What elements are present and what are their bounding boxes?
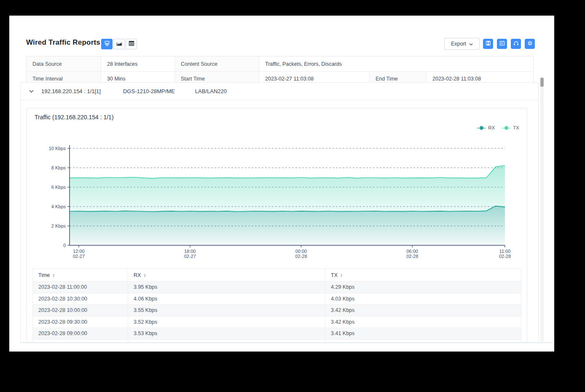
y-axis-tick-label: 10 Kbps: [49, 146, 66, 151]
table-header-row: Time▴▾RX▴▾TX▴▾: [33, 269, 521, 281]
x-axis-tick-date: 02-28: [499, 254, 511, 259]
legend-marker-icon: [477, 126, 486, 130]
legend-item-tx[interactable]: TX: [502, 125, 519, 130]
legend-item-rx[interactable]: RX: [477, 125, 495, 130]
report-scroll-region: 192.168.220.154 : 1/1[1] DGS-1210-28MP/M…: [20, 82, 539, 342]
tx-area: [70, 166, 505, 212]
combined-view-toggle-button[interactable]: [101, 39, 113, 49]
traffic-data-table: Time▴▾RX▴▾TX▴▾ 2023-02-28 11:00:003.95 K…: [32, 268, 521, 342]
device-ip-port: 192.168.220.154 : 1/1[1]: [41, 88, 101, 94]
table-row[interactable]: 2023-02-28 09:30:003.52 Kbps3.42 Kbps: [33, 316, 521, 328]
table-view-toggle-button[interactable]: [126, 39, 137, 49]
table-cell: 2023-02-28 10:00:00: [33, 305, 128, 316]
table-cell: 4.06 Kbps: [128, 293, 325, 305]
x-axis-tick-date: 02-27: [73, 254, 85, 259]
table-row[interactable]: 2023-02-28 10:00:003.55 Kbps3.42 Kbps: [33, 304, 521, 316]
save-button[interactable]: [483, 39, 493, 49]
column-header-tx[interactable]: TX▴▾: [325, 269, 521, 281]
column-header-label: TX: [331, 272, 338, 278]
table-cell: 2023-02-28 09:30:00: [33, 317, 128, 328]
combined-view-icon: [104, 40, 110, 48]
region-bottom-divider: [20, 342, 553, 343]
table-cell: 3.42 Kbps: [325, 305, 521, 316]
vertical-scrollbar[interactable]: [540, 77, 544, 342]
y-axis-tick-label: 0: [63, 243, 66, 248]
chart-title: Traffic (192.168.220.154 : 1/1): [35, 114, 114, 121]
table-row[interactable]: [33, 339, 521, 343]
x-axis-tick-time: 18:00: [184, 249, 196, 254]
table-icon: [128, 40, 135, 48]
chevron-down-icon: [469, 41, 473, 47]
table-cell: 4.03 Kbps: [325, 293, 521, 305]
column-header-label: Time: [38, 272, 50, 278]
tx-line: [70, 166, 505, 179]
table-cell: 2023-02-28 11:00:00: [33, 282, 128, 293]
chart-legend: RXTX: [477, 125, 519, 130]
schedule-icon: [499, 40, 505, 48]
table-cell: 3.42 Kbps: [325, 317, 521, 328]
y-axis-tick-label: 4 Kbps: [51, 204, 66, 209]
legend-label: RX: [488, 125, 495, 130]
export-button-label: Export: [451, 41, 466, 47]
legend-marker-icon: [502, 126, 511, 130]
x-axis-tick-time: 06:00: [406, 249, 418, 254]
summary-label: Data Source: [27, 56, 101, 71]
support-button[interactable]: [511, 39, 521, 49]
traffic-area-chart: 02 Kbps4 Kbps6 Kbps8 Kbps10 Kbps12:0002-…: [27, 134, 528, 262]
x-axis-tick-date: 02-28: [406, 254, 418, 259]
settings-gear-icon: [527, 40, 533, 48]
y-axis-tick-label: 8 Kbps: [51, 165, 66, 170]
scrollbar-thumb[interactable]: [540, 78, 544, 87]
x-axis-tick-date: 02-27: [184, 254, 196, 259]
collapse-chevron-icon[interactable]: [29, 90, 34, 93]
summary-label: Content Source: [174, 56, 259, 71]
column-header-rx[interactable]: RX▴▾: [128, 269, 325, 281]
table-cell: 3.95 Kbps: [128, 282, 325, 293]
summary-value: Traffic, Packets, Errors, Discards: [259, 56, 533, 71]
summary-value: 28 Interfaces: [101, 56, 174, 71]
action-icon-group: [483, 39, 535, 49]
table-cell: 3.52 Kbps: [128, 317, 325, 328]
device-model: DGS-1210-28MP/ME: [123, 88, 175, 94]
view-toggle-group: [101, 39, 137, 49]
table-cell: 3.41 Kbps: [325, 328, 521, 339]
x-axis-tick-time: 11:00: [499, 249, 511, 254]
device-network: LAB/LAN220: [195, 88, 227, 94]
table-cell: 4.29 Kbps: [325, 282, 521, 293]
chart-view-toggle-button[interactable]: [113, 39, 125, 49]
traffic-chart-panel: Traffic (192.168.220.154 : 1/1) RXTX 02 …: [27, 108, 527, 342]
settings-button[interactable]: [525, 39, 535, 49]
table-cell: 3.55 Kbps: [128, 305, 325, 316]
table-cell: 2023-02-28 10:30:00: [33, 293, 128, 305]
save-icon: [485, 40, 491, 48]
table-row[interactable]: 2023-02-28 11:00:003.95 Kbps4.29 Kbps: [33, 281, 521, 293]
table-row[interactable]: 2023-02-28 09:00:003.53 Kbps3.41 Kbps: [33, 328, 521, 339]
device-row[interactable]: 192.168.220.154 : 1/1[1] DGS-1210-28MP/M…: [21, 83, 538, 100]
rx-area: [70, 206, 505, 245]
export-button[interactable]: Export: [444, 38, 480, 50]
legend-label: TX: [513, 125, 519, 130]
sort-icon[interactable]: ▴▾: [341, 273, 342, 277]
x-axis-tick-time: 00:00: [295, 249, 307, 254]
schedule-button[interactable]: [497, 39, 507, 49]
area-chart-icon: [116, 40, 123, 48]
sort-icon[interactable]: ▴▾: [144, 273, 145, 277]
table-cell: 2023-02-28 09:00:00: [33, 328, 128, 339]
table-cell: 3.53 Kbps: [128, 328, 325, 339]
sort-icon[interactable]: ▴▾: [53, 273, 54, 277]
x-axis-tick-date: 02-28: [295, 254, 307, 259]
y-axis-tick-label: 2 Kbps: [51, 223, 66, 228]
column-header-label: RX: [134, 272, 141, 278]
support-headset-icon: [513, 40, 519, 48]
column-header-time[interactable]: Time▴▾: [33, 269, 128, 281]
table-row[interactable]: 2023-02-28 10:30:004.06 Kbps4.03 Kbps: [33, 293, 521, 305]
report-page: Wired Traffic Reports: [9, 16, 554, 352]
page-title: Wired Traffic Reports: [26, 38, 100, 47]
x-axis-tick-time: 12:00: [73, 249, 85, 254]
y-axis-tick-label: 6 Kbps: [51, 185, 66, 190]
